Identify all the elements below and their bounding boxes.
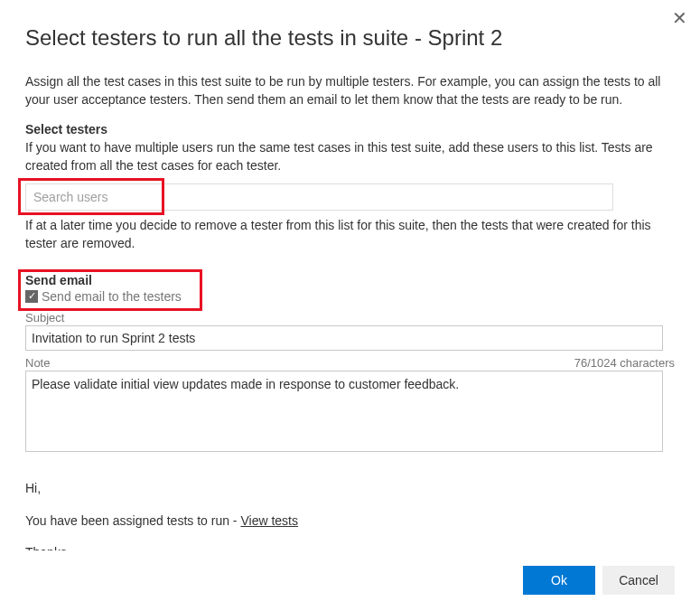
search-users-wrap — [25, 183, 161, 211]
ok-button[interactable]: Ok — [523, 566, 595, 595]
send-email-label: Send email — [25, 273, 675, 287]
note-label-row: Note 76/1024 characters — [25, 356, 675, 370]
email-preview: Hi, You have been assigned tests to run … — [25, 478, 675, 550]
view-tests-link[interactable]: View tests — [240, 513, 298, 528]
preview-body-line: You have been assigned tests to run - Vi… — [25, 511, 675, 532]
preview-closing: Thanks — [25, 542, 675, 550]
note-char-count: 76/1024 characters — [574, 356, 675, 370]
search-users-input[interactable] — [25, 183, 613, 211]
note-textarea[interactable] — [25, 371, 663, 452]
subject-label: Subject — [25, 311, 64, 324]
preview-body: You have been assigned tests to run - — [25, 513, 240, 528]
cancel-button[interactable]: Cancel — [602, 566, 675, 595]
dialog-title: Select testers to run all the tests in s… — [25, 25, 675, 51]
subject-label-row: Subject — [25, 311, 675, 324]
send-email-section: Send email ✓ Send email to the testers S… — [25, 273, 675, 550]
note-label: Note — [25, 356, 50, 370]
subject-input[interactable] — [25, 325, 663, 351]
select-testers-dialog: ✕ Select testers to run all the tests in… — [0, 0, 700, 611]
select-testers-desc: If you want to have multiple users run t… — [25, 138, 675, 175]
send-email-checkbox-row: ✓ Send email to the testers — [25, 289, 675, 304]
preview-greeting: Hi, — [25, 478, 675, 500]
dialog-footer: Ok Cancel — [523, 566, 675, 595]
send-email-checkbox-label: Send email to the testers — [42, 289, 182, 304]
dialog-intro: Assign all the test cases in this test s… — [25, 72, 675, 109]
select-testers-label: Select testers — [25, 122, 675, 136]
remove-tester-note: If at a later time you decide to remove … — [25, 216, 675, 253]
close-icon[interactable]: ✕ — [672, 9, 687, 27]
send-email-checkbox[interactable]: ✓ — [25, 290, 38, 303]
